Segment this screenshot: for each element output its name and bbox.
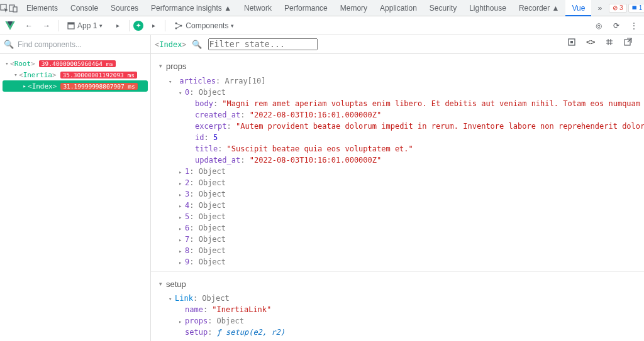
svg-rect-9 bbox=[570, 41, 573, 43]
devtools-tab-vue[interactable]: Vue bbox=[565, 0, 591, 16]
inspect-dom-icon[interactable] bbox=[605, 38, 619, 51]
devtools-tabs-overflow[interactable]: » bbox=[591, 0, 608, 16]
component-inspector-panel: Index 🔍 <> ▾ props bbox=[151, 35, 644, 341]
field-excerpt[interactable]: excerpt: "Autem provident beatae dolorum… bbox=[151, 121, 644, 132]
info-count-badge[interactable]: 1 bbox=[628, 4, 644, 13]
array-item-9[interactable]: ▸9: Object bbox=[151, 256, 644, 268]
array-item-7[interactable]: ▸7: Object bbox=[151, 234, 644, 245]
array-item-4[interactable]: ▸4: Object bbox=[151, 200, 644, 211]
array-item-3[interactable]: ▸3: Object bbox=[151, 188, 644, 200]
chevron-right-icon[interactable]: ▸ bbox=[146, 18, 161, 33]
setup-link-name[interactable]: name: "InertiaLink" bbox=[151, 304, 644, 315]
scroll-to-component-icon[interactable] bbox=[567, 38, 581, 51]
device-toolbar-icon[interactable] bbox=[9, 0, 18, 16]
section-label: setup bbox=[166, 278, 186, 291]
find-components-input[interactable] bbox=[18, 38, 147, 51]
section-setup[interactable]: ▾ setup bbox=[151, 276, 644, 293]
field-updated-at[interactable]: updated_at: "2022-08-03T10:16:01.000000Z… bbox=[151, 154, 644, 166]
devtools-tab-bar: ElementsConsoleSourcesPerformance insigh… bbox=[0, 0, 644, 16]
target-icon[interactable]: ◎ bbox=[591, 18, 606, 33]
component-tree-panel: 🔍 ▾Root39.40000005960464 ms▾Inertia35.30… bbox=[0, 35, 151, 341]
refresh-icon[interactable]: ⟳ bbox=[609, 18, 624, 33]
svg-rect-2 bbox=[13, 7, 17, 12]
nav-forward-icon[interactable]: → bbox=[39, 18, 54, 33]
chevron-down-icon: ▾ bbox=[231, 23, 234, 29]
chevron-down-icon: ▾ bbox=[157, 62, 164, 71]
array-item-1[interactable]: ▸1: Object bbox=[151, 166, 644, 177]
app-selector[interactable]: App 1 ▾ bbox=[62, 19, 108, 33]
devtools-tab-sources[interactable]: Sources bbox=[104, 0, 145, 16]
setup-link-setup[interactable]: setup: ƒ setup(e2, r2) bbox=[151, 327, 644, 338]
devtools-tab-memory[interactable]: Memory bbox=[334, 0, 374, 16]
search-icon: 🔍 bbox=[4, 40, 14, 49]
vue-logo-icon bbox=[5, 21, 15, 30]
devtools-tab-application[interactable]: Application bbox=[374, 0, 423, 16]
section-props[interactable]: ▾ props bbox=[151, 58, 644, 75]
tree-node-index[interactable]: ▸Index31.19999998807907 ms bbox=[3, 80, 148, 92]
component-tree[interactable]: ▾Root39.40000005960464 ms▾Inertia35.3000… bbox=[0, 54, 150, 341]
tree-node-root[interactable]: ▾Root39.40000005960464 ms bbox=[3, 58, 148, 69]
search-icon: 🔍 bbox=[192, 40, 202, 49]
field-created-at[interactable]: created_at: "2022-08-03T10:16:01.000000Z… bbox=[151, 109, 644, 121]
error-count-badge[interactable]: 3 bbox=[609, 4, 627, 13]
devtools-tab-elements[interactable]: Elements bbox=[20, 0, 64, 16]
array-item-2[interactable]: ▸2: Object bbox=[151, 177, 644, 188]
chevron-down-icon: ▾ bbox=[99, 23, 103, 29]
setup-link-props[interactable]: ▸props: Object bbox=[151, 315, 644, 327]
devtools-tab-recorder-[interactable]: Recorder ▲ bbox=[513, 0, 566, 16]
array-item-6[interactable]: ▸6: Object bbox=[151, 222, 644, 234]
vue-devtools-bar: ← → App 1 ▾ ▸ ✦ ▸ Components ▾ ◎ ⟳ ⋮ bbox=[0, 16, 644, 35]
compass-icon[interactable]: ✦ bbox=[133, 21, 143, 31]
tree-node-inertia[interactable]: ▾Inertia35.30000001192093 ms bbox=[3, 69, 148, 80]
setup-link[interactable]: ▾Link: Object bbox=[151, 293, 644, 304]
chevron-down-icon: ▾ bbox=[157, 280, 164, 289]
nav-back-icon[interactable]: ← bbox=[21, 18, 36, 33]
selected-component-name: Index bbox=[155, 40, 187, 49]
chevron-right-icon[interactable]: ▸ bbox=[110, 18, 125, 33]
devtools-tab-security[interactable]: Security bbox=[423, 0, 463, 16]
devtools-tab-console[interactable]: Console bbox=[64, 0, 104, 16]
field-body[interactable]: body: "Magni rem amet aperiam voluptas e… bbox=[151, 98, 644, 109]
section-label: props bbox=[166, 60, 187, 73]
show-code-icon[interactable]: <> bbox=[586, 38, 600, 51]
array-item-5[interactable]: ▸5: Object bbox=[151, 211, 644, 222]
array-item-0[interactable]: ▾0: Object bbox=[151, 87, 644, 98]
open-in-editor-icon[interactable] bbox=[624, 38, 638, 51]
more-icon[interactable]: ⋮ bbox=[626, 18, 641, 33]
devtools-tab-performance[interactable]: Performance bbox=[278, 0, 334, 16]
prop-articles[interactable]: ▾ articles: Array[10] bbox=[151, 75, 644, 87]
inspector-selector-label: Components bbox=[186, 21, 228, 30]
inspect-element-icon[interactable] bbox=[0, 0, 9, 16]
svg-rect-4 bbox=[68, 23, 74, 24]
filter-state-input[interactable] bbox=[208, 38, 318, 50]
devtools-tab-performance-insights-[interactable]: Performance insights ▲ bbox=[145, 0, 238, 16]
app-selector-label: App 1 bbox=[77, 21, 97, 30]
state-inspector[interactable]: ▾ props ▾ articles: Array[10] ▾0: Object… bbox=[151, 54, 644, 341]
array-item-8[interactable]: ▸8: Object bbox=[151, 245, 644, 256]
devtools-tab-network[interactable]: Network bbox=[238, 0, 278, 16]
field-id[interactable]: id: 5 bbox=[151, 132, 644, 143]
field-title[interactable]: title: "Suscipit beatae quia eos volupta… bbox=[151, 143, 644, 154]
devtools-tab-lighthouse[interactable]: Lighthouse bbox=[463, 0, 513, 16]
inspector-selector[interactable]: Components ▾ bbox=[169, 19, 239, 33]
